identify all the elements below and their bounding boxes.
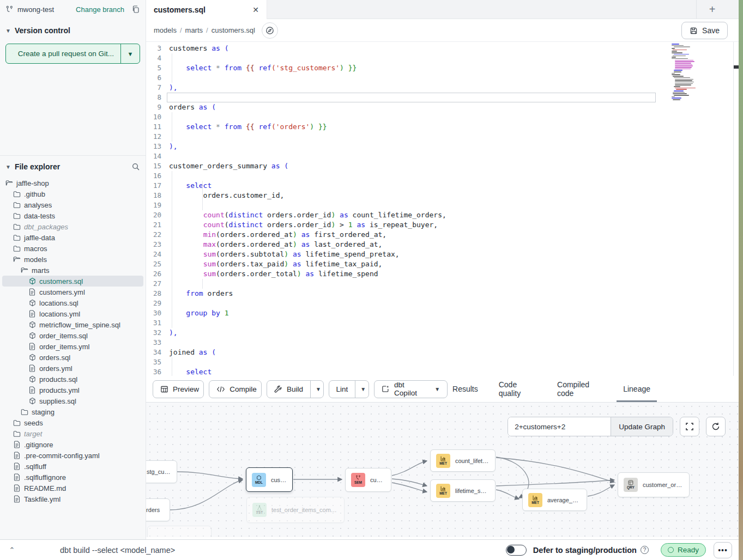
file-tree-item-orders.yml[interactable]: orders.yml [2,363,143,374]
code-line-33[interactable]: 33 [146,338,733,348]
version-control-header[interactable]: ▼ Version control [0,19,146,39]
code-line-23[interactable]: 23 max(orders.ordered_at) as last_ordere… [146,240,733,249]
build-button[interactable]: Build ▼ [267,380,324,398]
lineage-selector-input[interactable] [508,417,611,436]
file-tree-item-.sqlfluff[interactable]: .sqlfluff [2,461,143,472]
tab-compiled-code[interactable]: Compiled code [557,376,602,402]
lint-button[interactable]: Lint ▼ [329,380,370,398]
code-line-21[interactable]: 21 count(distinct orders.order_id) > 1 a… [146,220,733,230]
lineage-node-customers_mdl[interactable]: MDLcustomers [246,467,293,492]
explore-lineage-button[interactable] [262,22,278,39]
code-line-31[interactable]: 31 [146,318,733,328]
code-line-26[interactable]: 26 sum(orders.order_total) as lifetime_s… [146,269,733,279]
code-line-34[interactable]: 34joined as ( [146,348,733,357]
refresh-button[interactable] [706,417,726,436]
copilot-dropdown-chevron[interactable]: ▼ [434,386,440,392]
file-tree-item-data-tests[interactable]: data-tests [2,210,143,221]
code-line-4[interactable]: 4 [146,53,733,63]
lint-dropdown-chevron[interactable]: ▼ [355,381,369,398]
lineage-node-average_order_value[interactable]: METaverage_order_value [522,489,587,511]
tab-code-quality[interactable]: Code quality [499,376,536,402]
more-options-button[interactable]: ••• [714,542,732,558]
lineage-node-orders_src[interactable]: MDLorders [146,498,170,521]
file-tree-item-analyses[interactable]: analyses [2,199,143,210]
collapse-panel-chevron[interactable]: ⌃ [0,546,24,554]
ide-status-badge[interactable]: Ready [661,543,706,557]
editor-scrollbar[interactable] [733,42,739,376]
file-tree-item-customers.sql[interactable]: customers.sql [2,276,143,287]
code-line-10[interactable]: 10 [146,112,733,122]
compile-button[interactable]: Compile [209,380,262,398]
lineage-node-test_node[interactable]: TSTtest_order_items_compute_to_bools... [246,497,345,523]
file-tree-item-.pre-commit-config.yaml[interactable]: .pre-commit-config.yaml [2,450,143,461]
lineage-node-faded_corner[interactable] [147,526,212,537]
file-tree-item-metricflow_time_spine.sql[interactable]: metricflow_time_spine.sql [2,319,143,330]
code-line-32[interactable]: 32), [146,328,733,338]
file-tree-item-macros[interactable]: macros [2,243,143,254]
file-tree-item-dbt_packages[interactable]: dbt_packages [2,221,143,232]
search-icon[interactable] [131,162,140,171]
code-line-3[interactable]: 3customers as ( [146,44,733,53]
help-icon[interactable]: ? [641,546,649,554]
file-tree-item-.gitignore[interactable]: .gitignore [2,439,143,450]
code-line-16[interactable]: 16 [146,171,733,181]
code-line-15[interactable]: 15customer_orders_summary as ( [146,161,733,171]
change-branch-link[interactable]: Change branch [76,5,124,14]
breadcrumb-models[interactable]: models [154,26,177,34]
breadcrumb-file[interactable]: customers.sql [212,26,255,34]
code-line-20[interactable]: 20 count(distinct orders.order_id) as co… [146,210,733,220]
lineage-panel[interactable]: MDLstg_customersMDLordersMDLcustomersTST… [146,403,739,537]
tab-lineage[interactable]: Lineage [623,376,650,402]
file-tree-item-jaffle-shop[interactable]: jaffle-shop [2,178,143,188]
file-tree-item-orders.sql[interactable]: orders.sql [2,352,143,363]
close-icon[interactable]: ✕ [252,5,259,14]
code-line-14[interactable]: 14 [146,151,733,161]
file-tree-item-supplies.sql[interactable]: supplies.sql [2,395,143,406]
create-pr-button[interactable]: Create a pull request on Git... ▼ [5,44,140,64]
code-line-36[interactable]: 36 select [146,367,733,376]
file-tree-item-products.sql[interactable]: products.sql [2,374,143,385]
editor-minimap[interactable] [672,44,715,101]
file-tree-item-models[interactable]: models [2,254,143,265]
lineage-node-customers_sem[interactable]: SEMcustomers [345,468,391,492]
file-explorer-header[interactable]: ▼ File explorer [0,155,146,174]
code-line-24[interactable]: 24 sum(orders.subtotal) as lifetime_spen… [146,249,733,259]
update-graph-button[interactable]: Update Graph [611,417,673,436]
code-line-9[interactable]: 9orders as ( [146,102,733,112]
code-editor[interactable]: 3customers as (45 select * from {{ ref('… [146,42,733,376]
file-tree-item-locations.sql[interactable]: locations.sql [2,297,143,308]
tab-customers-sql[interactable]: customers.sql ✕ [146,0,267,19]
dbt-copilot-button[interactable]: dbt Copilot ▼ [374,380,448,398]
file-tree-item-order_items.yml[interactable]: order_items.yml [2,341,143,352]
file-tree-item-Taskfile.yml[interactable]: Taskfile.yml [2,494,143,504]
code-line-18[interactable]: 18 orders.customer_id, [146,191,733,200]
pr-dropdown-chevron[interactable]: ▼ [121,44,140,63]
code-line-22[interactable]: 22 min(orders.ordered_at) as first_order… [146,230,733,240]
file-tree-item-marts[interactable]: marts [2,265,143,276]
file-tree-item-target[interactable]: target [2,428,143,439]
fullscreen-button[interactable] [680,417,699,436]
file-tree-item-dbt_project.yml[interactable]: dbt_project.yml [2,504,143,506]
lineage-node-customer_order_metrics[interactable]: QRYcustomer_order_metrics [618,472,690,497]
lineage-node-lifetime_spend_pretax[interactable]: METlifetime_spend_pretax [430,479,496,502]
code-line-8[interactable]: 8 [146,93,733,102]
code-line-35[interactable]: 35 [146,357,733,367]
code-line-17[interactable]: 17 select [146,181,733,191]
file-tree-item-staging[interactable]: staging [2,406,143,417]
new-tab-button[interactable]: + [696,0,728,19]
code-line-19[interactable]: 19 [146,200,733,210]
code-line-30[interactable]: 30 group by 1 [146,308,733,318]
build-dropdown-chevron[interactable]: ▼ [310,381,324,398]
code-line-6[interactable]: 6 [146,73,733,83]
file-tree-item-seeds[interactable]: seeds [2,417,143,428]
code-line-13[interactable]: 13), [146,142,733,151]
code-line-29[interactable]: 29 [146,299,733,308]
code-line-11[interactable]: 11 select * from {{ ref('orders') }} [146,122,733,132]
code-line-7[interactable]: 7), [146,83,733,93]
file-tree-item-order_items.sql[interactable]: order_items.sql [2,330,143,341]
code-line-25[interactable]: 25 sum(orders.tax_paid) as lifetime_tax_… [146,259,733,269]
code-line-27[interactable]: 27 [146,279,733,289]
preview-button[interactable]: Preview [153,380,204,398]
file-tree-item-locations.yml[interactable]: locations.yml [2,308,143,319]
file-tree-item-jaffle-data[interactable]: jaffle-data [2,232,143,243]
